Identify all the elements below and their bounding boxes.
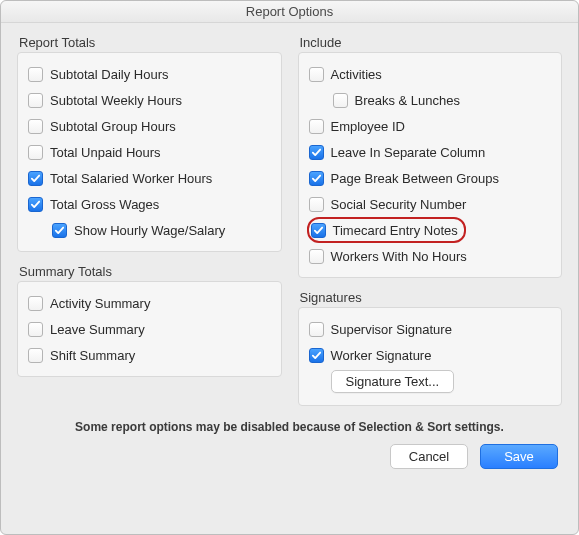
option-row-total-gross-wages: Total Gross Wages [26, 191, 273, 217]
group-title: Include [298, 35, 563, 50]
checkbox-label: Total Salaried Worker Hours [50, 171, 212, 186]
option-row-subtotal-weekly-hours: Subtotal Weekly Hours [26, 87, 273, 113]
option-row-total-unpaid-hours: Total Unpaid Hours [26, 139, 273, 165]
option-row-total-salaried-worker-hours: Total Salaried Worker Hours [26, 165, 273, 191]
option-row-subtotal-group-hours: Subtotal Group Hours [26, 113, 273, 139]
checkbox-label: Social Security Number [331, 197, 467, 212]
checkbox-leave-in-separate-column[interactable] [309, 145, 324, 160]
checkbox-label: Subtotal Group Hours [50, 119, 176, 134]
checkbox-supervisor-signature[interactable] [309, 322, 324, 337]
checkbox-label: Total Gross Wages [50, 197, 159, 212]
checkbox-label: Page Break Between Groups [331, 171, 499, 186]
checkbox-label: Leave In Separate Column [331, 145, 486, 160]
checkbox-subtotal-weekly-hours[interactable] [28, 93, 43, 108]
footer-note: Some report options may be disabled beca… [17, 420, 562, 434]
group-signatures: Signatures Supervisor SignatureWorker Si… [298, 290, 563, 406]
group-title: Signatures [298, 290, 563, 305]
option-row-supervisor-signature: Supervisor Signature [307, 316, 554, 342]
option-row-leave-summary: Leave Summary [26, 316, 273, 342]
checkbox-label: Shift Summary [50, 348, 135, 363]
option-row-leave-in-separate-column: Leave In Separate Column [307, 139, 554, 165]
checkbox-label: Timecard Entry Notes [333, 223, 458, 238]
checkbox-label: Breaks & Lunches [355, 93, 461, 108]
checkbox-page-break-between-groups[interactable] [309, 171, 324, 186]
checkbox-total-gross-wages[interactable] [28, 197, 43, 212]
checkbox-leave-summary[interactable] [28, 322, 43, 337]
checkbox-label: Workers With No Hours [331, 249, 467, 264]
checkbox-label: Show Hourly Wage/Salary [74, 223, 225, 238]
window-title: Report Options [1, 1, 578, 23]
checkbox-label: Subtotal Weekly Hours [50, 93, 182, 108]
checkbox-show-hourly-wage-salary[interactable] [52, 223, 67, 238]
option-row-workers-with-no-hours: Workers With No Hours [307, 243, 554, 269]
cancel-button[interactable]: Cancel [390, 444, 468, 469]
checkbox-total-unpaid-hours[interactable] [28, 145, 43, 160]
group-report-totals: Report Totals Subtotal Daily HoursSubtot… [17, 35, 282, 252]
checkbox-worker-signature[interactable] [309, 348, 324, 363]
option-row-shift-summary: Shift Summary [26, 342, 273, 368]
highlight-ring: Timecard Entry Notes [307, 217, 466, 243]
checkbox-label: Activities [331, 67, 382, 82]
save-button[interactable]: Save [480, 444, 558, 469]
group-summary-totals: Summary Totals Activity SummaryLeave Sum… [17, 264, 282, 377]
group-include: Include ActivitiesBreaks & LunchesEmploy… [298, 35, 563, 278]
dialog-content: Report Totals Subtotal Daily HoursSubtot… [1, 23, 578, 534]
checkbox-label: Employee ID [331, 119, 405, 134]
option-row-subtotal-daily-hours: Subtotal Daily Hours [26, 61, 273, 87]
option-row-page-break-between-groups: Page Break Between Groups [307, 165, 554, 191]
checkbox-subtotal-daily-hours[interactable] [28, 67, 43, 82]
option-row-show-hourly-wage-salary: Show Hourly Wage/Salary [26, 217, 273, 243]
signature-text-button[interactable]: Signature Text... [331, 370, 455, 393]
group-title: Report Totals [17, 35, 282, 50]
checkbox-activity-summary[interactable] [28, 296, 43, 311]
checkbox-label: Worker Signature [331, 348, 432, 363]
checkbox-subtotal-group-hours[interactable] [28, 119, 43, 134]
option-row-timecard-entry-notes: Timecard Entry Notes [307, 217, 554, 243]
checkbox-employee-id[interactable] [309, 119, 324, 134]
option-row-activity-summary: Activity Summary [26, 290, 273, 316]
option-row-worker-signature: Worker Signature [307, 342, 554, 368]
checkbox-label: Total Unpaid Hours [50, 145, 161, 160]
option-row-social-security-number: Social Security Number [307, 191, 554, 217]
checkbox-activities[interactable] [309, 67, 324, 82]
checkbox-label: Leave Summary [50, 322, 145, 337]
option-row-employee-id: Employee ID [307, 113, 554, 139]
option-row-activities: Activities [307, 61, 554, 87]
dialog-buttons: Cancel Save [17, 444, 562, 475]
checkbox-breaks-lunches[interactable] [333, 93, 348, 108]
group-title: Summary Totals [17, 264, 282, 279]
checkbox-shift-summary[interactable] [28, 348, 43, 363]
checkbox-timecard-entry-notes[interactable] [311, 223, 326, 238]
signature-text-button-wrap: Signature Text... [307, 368, 554, 397]
checkbox-social-security-number[interactable] [309, 197, 324, 212]
checkbox-label: Activity Summary [50, 296, 150, 311]
checkbox-total-salaried-worker-hours[interactable] [28, 171, 43, 186]
checkbox-label: Supervisor Signature [331, 322, 452, 337]
checkbox-workers-with-no-hours[interactable] [309, 249, 324, 264]
checkbox-label: Subtotal Daily Hours [50, 67, 169, 82]
dialog-window: Report Options Report Totals Subtotal Da… [0, 0, 579, 535]
option-row-breaks-lunches: Breaks & Lunches [307, 87, 554, 113]
